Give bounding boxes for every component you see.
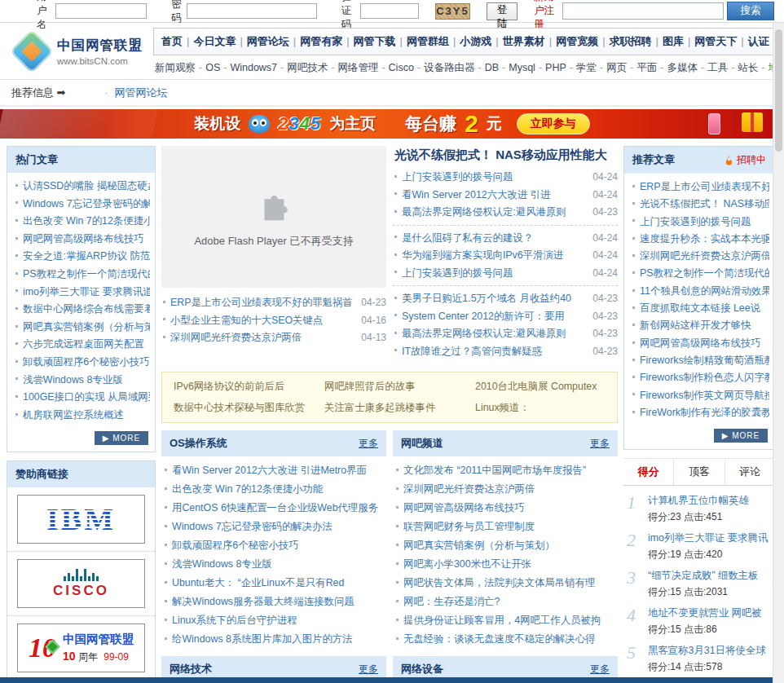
article-link[interactable]: 数据中心网络综合布线需要着 xyxy=(14,301,150,319)
more-button[interactable]: ▶ MORE xyxy=(95,431,148,445)
article-link[interactable]: ERP是上市公司业绩表现不好的罪魁祸首？04-23 xyxy=(161,294,386,312)
more-link[interactable]: 更多 xyxy=(359,663,378,676)
article-link[interactable]: 看Win Server 2012六大改进 引进04-24 xyxy=(393,187,618,205)
nav-item[interactable]: 新闻观察 xyxy=(155,62,196,73)
more-link[interactable]: 更多 xyxy=(590,663,610,676)
article-link[interactable]: 百度抓取纯文本链接 Lee说 xyxy=(631,300,769,317)
article-link[interactable]: Linux系统下的后台守护进程 xyxy=(163,611,386,630)
nav-item[interactable]: 设备路由器 xyxy=(424,62,475,73)
article-link[interactable]: 是什么阻碍了私有云的建设？04-24 xyxy=(393,230,618,248)
article-link[interactable]: 卸载顽固程序6个秘密小技巧 xyxy=(14,354,150,372)
article-link[interactable]: 网吧网管高级网络布线技巧 xyxy=(394,499,618,518)
nav-item[interactable]: 学堂 xyxy=(576,62,597,73)
article-link[interactable]: System Center 2012的新许可：要用04-23 xyxy=(393,308,618,326)
article-link[interactable]: PS教程之制作一个简洁现代的 xyxy=(631,265,769,282)
promo-link[interactable]: 网吧牌照背后的故事 xyxy=(324,380,475,394)
tab-1[interactable]: 顶客 xyxy=(674,459,725,485)
article-link[interactable]: Ubuntu老大： “企业Linux不是只有Red xyxy=(163,574,386,593)
article-link[interactable]: 认清SSD的嘴脸 揭秘固态硬盘 xyxy=(14,178,150,196)
nav-item[interactable]: 网管宽频 xyxy=(556,35,598,47)
nav-item[interactable]: 世界素材 xyxy=(503,35,545,47)
cisco-logo[interactable]: CISCO xyxy=(17,559,145,608)
article-link[interactable]: 网吧网管高级网络布线技巧 xyxy=(14,231,150,249)
more-link[interactable]: 更多 xyxy=(359,437,378,451)
article-link[interactable]: 浅尝Windows 8专业版 xyxy=(14,372,150,390)
nav-item[interactable]: 网络管理 xyxy=(337,62,378,73)
article-link[interactable]: 美男子日购近1.5万个域名 月收益约4004-23 xyxy=(393,290,618,308)
forum-link[interactable]: 网管网论坛 xyxy=(115,86,168,100)
article-link[interactable]: 网吧状告文体局，法院判决文体局吊销有理 xyxy=(394,574,618,593)
nav-item[interactable]: DB xyxy=(485,62,499,73)
article-link[interactable]: Fireworks制作英文网页导航按 xyxy=(631,387,769,404)
article-link[interactable]: 网吧真实营销案例（分析与策 xyxy=(14,319,150,337)
article-link[interactable]: 上门安装遇到的拨号问题 xyxy=(631,214,769,231)
article-link[interactable]: 11个独具创意的网站滑动效果 xyxy=(631,283,769,300)
article-link[interactable]: 安全之道:掌握ARP协议 防范 xyxy=(14,248,150,266)
score-item[interactable]: 2imo列举三大罪证 要求腾讯得分:19 点击:420 xyxy=(625,528,773,566)
scrollbar-track[interactable] xyxy=(773,23,784,683)
score-item[interactable]: 3“细节决定成败” 细数主板得分:15 点击:2031 xyxy=(625,566,773,603)
promo-link[interactable]: 2010台北电脑展 Computex xyxy=(475,380,606,394)
article-link[interactable]: ERP是上市公司业绩表现不好 xyxy=(631,178,769,196)
article-link[interactable]: 网吧真实营销案例（分析与策划） xyxy=(394,536,618,555)
nav-item[interactable]: Mysql xyxy=(509,62,535,73)
nav-item[interactable]: 图库 xyxy=(663,35,684,47)
username-input[interactable] xyxy=(55,3,147,19)
article-link[interactable]: 网吧离小学300米也不让开张 xyxy=(394,555,618,574)
nav-item[interactable]: Cisco xyxy=(389,62,414,73)
article-link[interactable]: 上门安装遇到的拨号问题04-24 xyxy=(393,169,618,187)
article-link[interactable]: Fireworks绘制精致葡萄酒瓶教 xyxy=(631,352,769,369)
article-link[interactable]: 100GE接口的实现 从局域网到 xyxy=(14,389,150,407)
article-link[interactable]: 深圳网吧光纤资费达京沪两倍 xyxy=(394,480,618,499)
nav-item[interactable]: 网吧技术 xyxy=(287,62,328,73)
headline-title[interactable]: 光说不练假把式！ NAS移动应用性能大 xyxy=(393,146,618,169)
score-item[interactable]: 5黑客宣称3月31日将使全球得分:14 点击:578 xyxy=(625,641,773,678)
nav-item[interactable]: 工具 xyxy=(707,62,728,73)
article-link[interactable]: 最高法界定网络侵权认定:避风港原则04-23 xyxy=(393,204,618,222)
captcha-input[interactable] xyxy=(360,3,419,19)
nav-item[interactable]: 网管天下 xyxy=(694,35,737,47)
article-link[interactable]: 给Windows 8系统图片库加入图片的方法 xyxy=(163,630,386,649)
hiring-badge-text[interactable]: 招聘中 xyxy=(737,153,766,167)
tab-0[interactable]: 得分 xyxy=(623,459,674,485)
site-logo[interactable]: 中国网管联盟 www.bitsCN.com xyxy=(11,36,148,67)
article-link[interactable]: 无盘经验：谈谈无盘速度不稳定的解决心得 xyxy=(394,630,618,649)
promo-link[interactable]: Linux频道： xyxy=(475,401,606,415)
ibm-logo[interactable]: IBM xyxy=(17,495,145,544)
nav-item[interactable]: 首页 xyxy=(161,35,183,47)
nav-item[interactable]: 多媒体 xyxy=(667,62,698,73)
nav-item[interactable]: 网管论坛 xyxy=(247,35,289,47)
more-button[interactable]: ▶ MORE xyxy=(714,429,768,443)
score-item[interactable]: 4地址不变更就营业 网吧被得分:15 点击:86 xyxy=(625,603,773,641)
article-link[interactable]: 新创网站这样开发才够快 xyxy=(631,317,769,334)
article-link[interactable]: 华为端到端方案实现向IPv6平滑演进04-24 xyxy=(393,247,618,265)
article-link[interactable]: 联营网吧财务与员工管理制度 xyxy=(394,518,618,536)
nav-item[interactable]: OS xyxy=(205,62,220,73)
promo-link[interactable]: 数据中心技术探秘与图库欣赏 xyxy=(174,401,324,415)
anniversary-logo[interactable]: 10 中国网管联盟 10 周年 99-09 xyxy=(17,624,145,672)
more-link[interactable]: 更多 xyxy=(590,437,610,451)
nav-item[interactable]: 认证 xyxy=(748,35,769,47)
nav-item[interactable]: 网管群组 xyxy=(407,35,449,47)
nav-item[interactable]: PHP xyxy=(545,62,566,73)
article-link[interactable]: PS教程之制作一个简洁现代的 xyxy=(14,266,150,284)
article-link[interactable]: 六步完成远程桌面网关配置 xyxy=(14,336,150,354)
nav-item[interactable]: 站长 xyxy=(738,62,758,73)
banner-cta-button[interactable]: 立即参与 xyxy=(517,113,590,134)
nav-item[interactable]: 网管下载 xyxy=(354,35,396,47)
promo-link[interactable]: IPv6网络协议的前前后后 xyxy=(174,380,324,394)
tab-2[interactable]: 评论 xyxy=(725,459,775,485)
article-link[interactable]: 看Win Server 2012六大改进 引进Metro界面 xyxy=(163,461,386,480)
article-link[interactable]: 提供身份证让顾客冒用，4网吧工作人员被拘 xyxy=(394,611,618,630)
article-link[interactable]: 速度提升秒杀：实战本本光驱 xyxy=(631,231,769,248)
nav-item[interactable]: 小游戏 xyxy=(460,35,491,47)
article-link[interactable]: FireWork制作有光泽的胶囊教 xyxy=(631,404,769,421)
article-link[interactable]: 出色改变 Win 7的12条便捷小功能 xyxy=(163,480,386,499)
article-link[interactable]: 文化部发布 “2011中国网吧市场年度报告” xyxy=(394,461,618,480)
article-link[interactable]: 光说不练假把式！ NAS移动应 xyxy=(631,196,769,213)
article-link[interactable]: Windows 7忘记登录密码的解决办法 xyxy=(163,518,386,536)
nav-item[interactable]: 求职招聘 xyxy=(610,35,652,47)
password-input[interactable] xyxy=(187,3,317,19)
article-link[interactable]: 解决Windows服务器最大终端连接数问题 xyxy=(163,593,386,611)
article-link[interactable]: 卸载顽固程序6个秘密小技巧 xyxy=(163,536,386,555)
